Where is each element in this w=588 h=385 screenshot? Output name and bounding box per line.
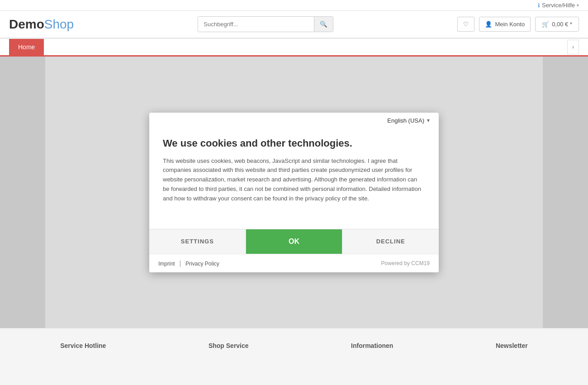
search-button[interactable]: 🔍 <box>314 17 333 32</box>
ok-button[interactable]: OK <box>246 229 342 254</box>
modal-title: We use cookies and other technologies. <box>163 138 425 149</box>
logo-shop: Shop <box>44 17 74 31</box>
powered-by-label: Powered by CCM19 <box>381 260 430 266</box>
settings-button[interactable]: SETTINGS <box>149 229 246 254</box>
content-inner: English (USA) ▾ We use cookies and other… <box>45 57 543 328</box>
header-top-bar: Service/Hilfe ▾ <box>0 0 588 11</box>
imprint-link[interactable]: Imprint <box>158 261 175 267</box>
heart-icon: ♡ <box>463 21 469 28</box>
cart-icon: 🛒 <box>542 21 549 28</box>
footer-col-informationen: Informationen <box>351 342 393 354</box>
nav-arrow-button[interactable]: › <box>567 40 579 54</box>
footer-col2-title: Shop Service <box>209 342 249 349</box>
main-content: English (USA) ▾ We use cookies and other… <box>0 57 588 328</box>
modal-footer-links: Imprint | Privacy Policy <box>158 260 219 267</box>
service-hilfe-link[interactable]: Service/Hilfe ▾ <box>538 2 579 9</box>
privacy-policy-link[interactable]: Privacy Policy <box>185 261 219 267</box>
modal-footer: Imprint | Privacy Policy Powered by CCM1… <box>149 254 439 272</box>
cookie-modal: English (USA) ▾ We use cookies and other… <box>149 113 439 272</box>
footer-col3-title: Informationen <box>351 342 393 349</box>
footer-col-newsletter: Newsletter <box>496 342 528 354</box>
footer-col-shop-service: Shop Service <box>209 342 249 354</box>
lang-chevron-icon[interactable]: ▾ <box>427 117 430 124</box>
modal-overlay: English (USA) ▾ We use cookies and other… <box>45 57 543 328</box>
user-icon: 👤 <box>485 21 492 28</box>
logo[interactable]: DemoShop <box>9 17 74 32</box>
header-main: DemoShop 🔍 ♡ 👤 Mein Konto 🛒 0,00 € * <box>0 11 588 39</box>
site-footer: Service Hotline Shop Service Information… <box>0 328 588 367</box>
footer-col4-title: Newsletter <box>496 342 528 349</box>
nav-bar: Home › <box>0 39 588 57</box>
lang-label: English (USA) <box>387 117 424 124</box>
account-button[interactable]: 👤 Mein Konto <box>479 17 531 32</box>
search-input[interactable] <box>198 17 314 32</box>
decline-button[interactable]: DECLINE <box>342 229 439 254</box>
modal-buttons: SETTINGS OK DECLINE <box>149 229 439 254</box>
modal-scroll-area[interactable]: This website uses cookies, web beacons, … <box>163 157 425 211</box>
wishlist-button[interactable]: ♡ <box>457 17 474 32</box>
header-actions: ♡ 👤 Mein Konto 🛒 0,00 € * <box>457 17 579 32</box>
modal-body: We use cookies and other technologies. T… <box>149 124 439 224</box>
search-icon: 🔍 <box>320 21 327 28</box>
service-hilfe-label: Service/Hilfe <box>542 2 575 9</box>
modal-lang-selector: English (USA) ▾ <box>149 113 439 124</box>
search-bar: 🔍 <box>198 16 333 32</box>
nav-home-button[interactable]: Home <box>9 39 44 55</box>
info-circle-icon <box>538 2 540 9</box>
footer-columns: Service Hotline Shop Service Information… <box>9 342 579 354</box>
logo-demo: Demo <box>9 17 44 31</box>
footer-separator: | <box>180 260 181 267</box>
chevron-down-icon: ▾ <box>577 3 579 8</box>
footer-col-service-hotline: Service Hotline <box>60 342 106 354</box>
footer-col1-title: Service Hotline <box>60 342 106 349</box>
cart-button[interactable]: 🛒 0,00 € * <box>535 17 579 32</box>
cart-price: 0,00 € * <box>552 21 572 28</box>
modal-body-text: This website uses cookies, web beacons, … <box>163 157 425 204</box>
account-label: Mein Konto <box>495 21 525 28</box>
